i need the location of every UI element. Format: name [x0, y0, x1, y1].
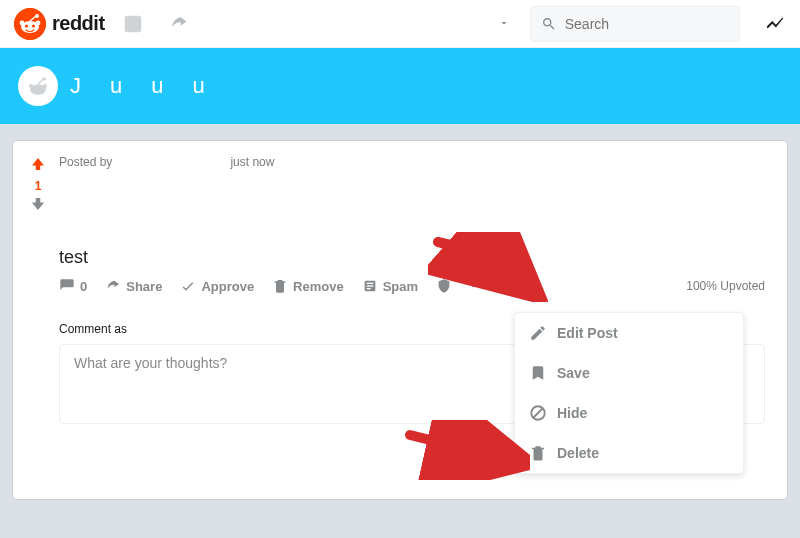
menu-hide-label: Hide [557, 405, 587, 421]
pencil-icon [529, 324, 547, 342]
share-label: Share [126, 279, 162, 294]
more-button[interactable] [470, 278, 486, 294]
spam-label: Spam [383, 279, 418, 294]
svg-point-10 [43, 84, 47, 88]
menu-delete-label: Delete [557, 445, 599, 461]
menu-edit-label: Edit Post [557, 325, 618, 341]
more-icon [470, 278, 486, 294]
vote-column: 1 [23, 155, 53, 217]
svg-point-17 [477, 285, 480, 288]
share-header-icon[interactable] [161, 8, 197, 40]
search-input[interactable] [565, 16, 729, 32]
svg-point-5 [32, 24, 35, 27]
brand-text: reddit [52, 12, 105, 35]
remove-button[interactable]: Remove [272, 278, 344, 294]
svg-point-9 [29, 84, 33, 88]
post-overflow-menu: Edit Post Save Hide Delete [514, 312, 744, 474]
svg-point-18 [481, 285, 484, 288]
banner-text-fragment: u [193, 73, 206, 99]
shield-icon [436, 278, 452, 294]
shield-button[interactable] [436, 278, 452, 294]
home-dropdown-icon[interactable] [115, 8, 151, 40]
upvoted-percentage: 100% Upvoted [686, 279, 765, 293]
check-icon [180, 278, 196, 294]
spam-button[interactable]: Spam [362, 278, 418, 294]
approve-button[interactable]: Approve [180, 278, 254, 294]
banner-text-fragment: u [110, 73, 123, 99]
posted-by-label: Posted by [59, 155, 112, 169]
comments-button[interactable]: 0 [59, 278, 87, 294]
banner-text-fragment: u [151, 73, 164, 99]
trash-icon [272, 278, 288, 294]
menu-edit-post[interactable]: Edit Post [515, 313, 743, 353]
subreddit-title: J u u u [70, 73, 206, 99]
subreddit-avatar[interactable] [18, 66, 58, 106]
reddit-icon [14, 8, 46, 40]
upvote-icon[interactable] [29, 155, 47, 177]
post-meta: Posted by just now [59, 155, 765, 169]
top-header: reddit [0, 0, 800, 48]
bookmark-icon [529, 364, 547, 382]
svg-rect-7 [124, 15, 141, 32]
post-time: just now [230, 155, 274, 169]
comment-icon [59, 278, 75, 294]
menu-save[interactable]: Save [515, 353, 743, 393]
svg-line-20 [534, 409, 543, 418]
search-box[interactable] [530, 6, 740, 42]
share-icon [105, 278, 121, 294]
downvote-icon[interactable] [29, 195, 47, 217]
svg-point-2 [20, 20, 25, 25]
svg-point-4 [25, 24, 28, 27]
comments-count: 0 [80, 279, 87, 294]
banner-text-fragment: J [70, 73, 82, 99]
search-icon [541, 15, 557, 33]
menu-save-label: Save [557, 365, 590, 381]
spam-icon [362, 278, 378, 294]
remove-label: Remove [293, 279, 344, 294]
hide-icon [529, 404, 547, 422]
approve-label: Approve [201, 279, 254, 294]
subreddit-banner: J u u u [0, 48, 800, 124]
svg-rect-14 [366, 285, 373, 286]
svg-rect-13 [366, 283, 373, 284]
post-action-bar: 0 Share Approve Remove Spam [59, 278, 765, 294]
comment-placeholder: What are your thoughts? [74, 355, 227, 371]
trending-icon[interactable] [764, 11, 786, 37]
trash-icon [529, 444, 547, 462]
menu-hide[interactable]: Hide [515, 393, 743, 433]
menu-delete[interactable]: Delete [515, 433, 743, 473]
vote-score: 1 [35, 179, 42, 193]
share-button[interactable]: Share [105, 278, 162, 294]
chevron-down-icon[interactable] [498, 15, 510, 33]
svg-point-16 [472, 285, 475, 288]
svg-point-3 [36, 20, 41, 25]
svg-rect-15 [366, 288, 370, 289]
post-title: test [59, 247, 765, 268]
reddit-logo[interactable]: reddit [14, 8, 105, 40]
